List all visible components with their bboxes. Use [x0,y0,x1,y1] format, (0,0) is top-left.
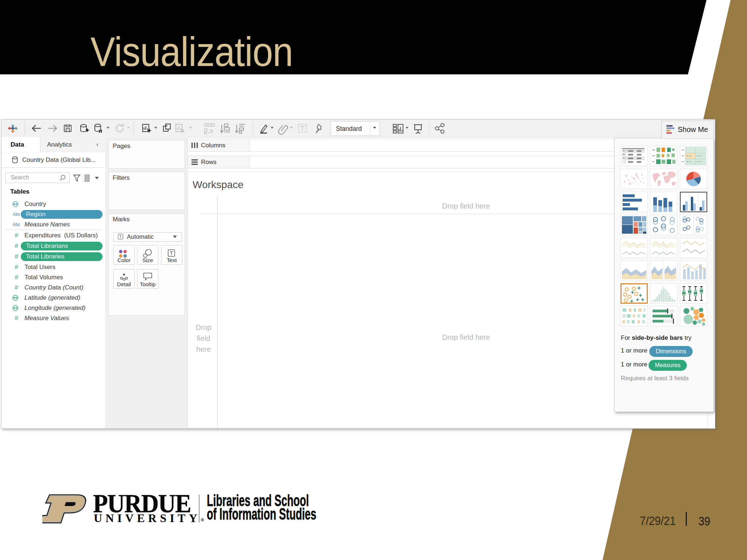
svg-text:Automatic: Automatic [127,233,154,240]
svg-text:Show Me: Show Me [678,125,708,133]
svg-text:Standard: Standard [336,125,362,132]
